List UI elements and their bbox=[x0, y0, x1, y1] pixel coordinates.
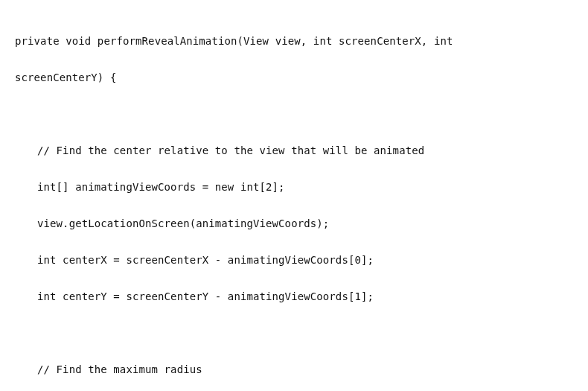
code-line: int centerY = screenCenterY - animatingV… bbox=[15, 287, 573, 306]
code-line: int[] animatingViewCoords = new int[2]; bbox=[15, 178, 573, 197]
comment: // Find the center relative to the view … bbox=[15, 142, 573, 160]
blank-line bbox=[15, 105, 573, 124]
method-signature: private void performRevealAnimation(View… bbox=[15, 32, 573, 51]
method-signature-cont: screenCenterY) { bbox=[15, 69, 573, 87]
comment: // Find the maximum radius bbox=[15, 360, 573, 379]
code-line: int centerX = screenCenterX - animatingV… bbox=[15, 251, 573, 270]
blank-line bbox=[15, 324, 573, 343]
code-snippet: private void performRevealAnimation(View… bbox=[0, 0, 588, 391]
code-line: view.getLocationOnScreen(animatingViewCo… bbox=[15, 214, 573, 233]
